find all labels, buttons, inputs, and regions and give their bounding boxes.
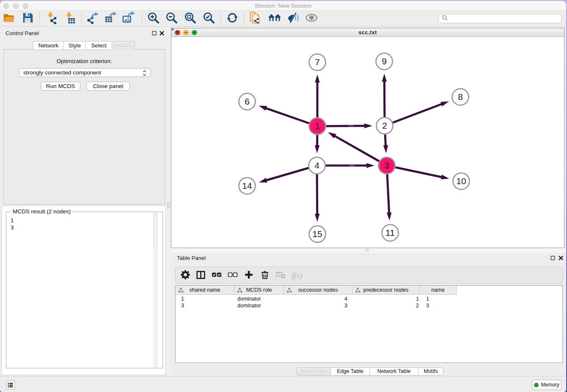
table-toolbar-button-select-all[interactable] (210, 269, 223, 282)
status-bar: Memory (0, 376, 566, 392)
toolbar-button-import-network[interactable] (44, 12, 59, 25)
graph-edge-1-6[interactable] (259, 106, 317, 126)
toolbar-button-save[interactable] (20, 12, 35, 25)
search-input[interactable] (450, 16, 561, 22)
export-image-icon (121, 11, 135, 26)
network-frame-title: scc.txt (171, 28, 564, 37)
graph-node-7[interactable]: 7 (309, 54, 326, 71)
graph-node-9[interactable]: 9 (376, 53, 393, 70)
criterion-dropdown[interactable]: strongly connected component (19, 68, 151, 77)
zoom-fit-icon (184, 11, 196, 26)
graph-edge-3-1[interactable] (328, 132, 387, 166)
column-header-name[interactable]: name (420, 286, 457, 295)
svg-text:14: 14 (242, 181, 252, 190)
horizontal-split-divider[interactable] (171, 248, 566, 253)
toolbar-button-export-table[interactable] (103, 12, 118, 25)
task-history-button[interactable] (6, 381, 15, 389)
export-table-icon (104, 11, 117, 26)
zoom-out-icon (165, 11, 178, 26)
graph-edge-3-10[interactable] (387, 166, 449, 179)
export-network-icon (86, 11, 99, 26)
tab-mcds[interactable]: MCDS (112, 41, 135, 50)
vertical-divider-grip[interactable] (167, 202, 170, 208)
toolbar-button-refresh-layout[interactable] (225, 12, 239, 25)
search-field[interactable] (438, 14, 562, 23)
main-toolbar (0, 11, 566, 27)
horizontal-divider-grip[interactable] (366, 249, 369, 251)
column-header-predecessor-nodes[interactable]: predecessor nodes (352, 286, 420, 295)
float-panel-icon[interactable] (151, 30, 157, 36)
close-panel-icon[interactable] (159, 30, 165, 36)
table-toolbar-button-settings[interactable] (179, 269, 192, 282)
table-toolbar-button-delete-row[interactable] (258, 269, 272, 282)
graph-node-8[interactable]: 8 (452, 89, 469, 105)
frame-maximize-button[interactable] (192, 30, 197, 36)
svg-text:15: 15 (312, 229, 322, 239)
table-row[interactable]: 1dominator411 (176, 295, 459, 302)
vertical-split-divider[interactable] (166, 27, 171, 376)
toolbar-button-open-folder[interactable] (2, 12, 16, 25)
table-toolbar-button-add-row[interactable] (242, 269, 256, 282)
toolbar-button-export-image[interactable] (121, 12, 135, 25)
graph-node-11[interactable]: 11 (382, 225, 399, 241)
svg-text:8: 8 (458, 92, 463, 102)
graph-node-14[interactable]: 14 (239, 178, 256, 194)
toolbar-button-show-details[interactable] (304, 12, 319, 25)
tab-motifs[interactable]: Motifs (418, 367, 443, 375)
memory-button[interactable]: Memory (532, 380, 561, 390)
toolbar-button-zoom-fit[interactable] (183, 12, 197, 25)
node-table: shared name MCDS role successor nodes pr… (175, 285, 563, 363)
tab-style[interactable]: Style (63, 41, 86, 50)
list-icon (8, 383, 13, 388)
toolbar-button-import-table[interactable] (62, 12, 77, 25)
frame-close-button[interactable] (175, 30, 180, 36)
close-table-panel-icon[interactable] (558, 255, 564, 261)
graph-node-15[interactable]: 15 (309, 226, 326, 243)
search-icon (442, 15, 448, 23)
edge-label-mark (350, 165, 355, 166)
toolbar-button-zoom-out[interactable] (164, 12, 179, 25)
toolbar-button-zoom-selected[interactable] (201, 12, 216, 25)
network-canvas-svg: 1 2 3 4 6 7 8 9 10 11 14 15 (171, 37, 564, 248)
column-header-MCDS-role[interactable]: MCDS role (234, 286, 284, 295)
table-panel-title: Table Panel (177, 255, 206, 261)
table-row[interactable]: 3dominator323 (176, 302, 459, 309)
graph-node-10[interactable]: 10 (453, 173, 470, 190)
deselect-all-icon (228, 270, 238, 281)
run-mcds-button[interactable]: Run MCDS (41, 82, 80, 91)
mcds-tab-content: Optimization criterion: strongly connect… (3, 49, 165, 204)
tab-network[interactable]: Network (33, 41, 64, 50)
table-toolbar-button-columns[interactable] (194, 269, 207, 282)
tab-network-table[interactable]: Network Table (369, 367, 418, 375)
graph-node-3[interactable]: 3 (379, 157, 395, 174)
columns-icon (196, 270, 206, 282)
result-scrollbar-thumb[interactable] (154, 214, 157, 248)
table-panel: Table Panel f(x) (171, 253, 566, 376)
graph-node-1[interactable]: 1 (309, 118, 326, 135)
toolbar-button-hide-details[interactable] (286, 12, 300, 25)
graph-node-6[interactable]: 6 (239, 94, 256, 110)
network-canvas[interactable]: 1 2 3 4 6 7 8 9 10 11 14 15 (171, 37, 564, 248)
tab-node-table[interactable]: Node Table (296, 367, 331, 375)
graph-edge-4-14[interactable] (259, 166, 317, 182)
table-toolbar-button-deselect-all[interactable] (226, 269, 239, 282)
mcds-result-text[interactable]: 1 3 (11, 217, 152, 367)
column-header-shared-name[interactable]: shared name (176, 286, 234, 295)
tab-select[interactable]: Select (85, 41, 112, 50)
toolbar-button-export-network[interactable] (85, 12, 100, 25)
toolbar-button-zoom-in[interactable] (146, 12, 160, 25)
edge-label-mark (349, 126, 354, 127)
graph-node-2[interactable]: 2 (377, 118, 393, 134)
tab-edge-table[interactable]: Edge Table (330, 367, 370, 375)
result-scrollbar[interactable] (154, 213, 157, 367)
graph-edge-2-8[interactable] (385, 101, 449, 126)
frame-minimize-button[interactable] (183, 30, 189, 36)
table-toolbar: f(x) (175, 267, 563, 284)
graph-node-4[interactable]: 4 (309, 157, 325, 174)
column-header-successor-nodes[interactable]: successor nodes (284, 286, 352, 295)
close-panel-button[interactable]: Close panel (86, 82, 130, 91)
toolbar-button-clone-network[interactable] (248, 12, 262, 25)
tree-icon (286, 287, 292, 294)
toolbar-button-home[interactable] (267, 12, 282, 25)
float-table-panel-icon[interactable] (550, 255, 556, 261)
